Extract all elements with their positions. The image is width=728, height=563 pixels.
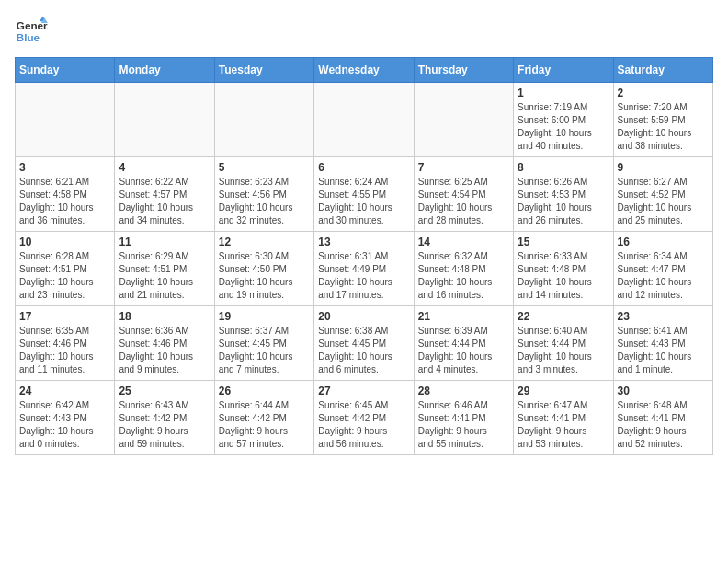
day-number: 5 bbox=[219, 161, 310, 174]
calendar-day-cell: 16Sunrise: 6:34 AM Sunset: 4:47 PM Dayli… bbox=[613, 232, 712, 306]
day-info: Sunrise: 6:36 AM Sunset: 4:46 PM Dayligh… bbox=[119, 325, 210, 376]
day-info: Sunrise: 6:38 AM Sunset: 4:45 PM Dayligh… bbox=[318, 325, 409, 376]
calendar-day-cell: 13Sunrise: 6:31 AM Sunset: 4:49 PM Dayli… bbox=[314, 232, 414, 306]
weekday-header-row: SundayMondayTuesdayWednesdayThursdayFrid… bbox=[16, 58, 713, 83]
day-number: 3 bbox=[19, 161, 110, 174]
calendar-day-cell: 6Sunrise: 6:24 AM Sunset: 4:55 PM Daylig… bbox=[314, 157, 414, 232]
calendar-day-cell: 7Sunrise: 6:25 AM Sunset: 4:54 PM Daylig… bbox=[414, 157, 513, 232]
day-info: Sunrise: 6:34 AM Sunset: 4:47 PM Dayligh… bbox=[618, 250, 709, 302]
day-number: 10 bbox=[19, 236, 110, 248]
logo: General Blue bbox=[15, 15, 48, 48]
day-info: Sunrise: 6:25 AM Sunset: 4:54 PM Dayligh… bbox=[418, 176, 509, 227]
day-info: Sunrise: 6:30 AM Sunset: 4:50 PM Dayligh… bbox=[219, 250, 310, 302]
day-number: 18 bbox=[119, 310, 210, 323]
day-info: Sunrise: 7:19 AM Sunset: 6:00 PM Dayligh… bbox=[518, 101, 609, 153]
day-number: 6 bbox=[318, 161, 409, 174]
day-number: 23 bbox=[618, 310, 709, 323]
day-info: Sunrise: 6:42 AM Sunset: 4:43 PM Dayligh… bbox=[19, 399, 110, 451]
calendar-day-cell: 12Sunrise: 6:30 AM Sunset: 4:50 PM Dayli… bbox=[214, 232, 313, 306]
weekday-header-saturday: Saturday bbox=[613, 58, 712, 83]
calendar-day-cell: 2Sunrise: 7:20 AM Sunset: 5:59 PM Daylig… bbox=[613, 83, 712, 157]
calendar-week-row: 24Sunrise: 6:42 AM Sunset: 4:43 PM Dayli… bbox=[16, 381, 713, 455]
calendar-table: SundayMondayTuesdayWednesdayThursdayFrid… bbox=[15, 57, 713, 455]
calendar-day-cell: 18Sunrise: 6:36 AM Sunset: 4:46 PM Dayli… bbox=[115, 306, 214, 381]
calendar-day-cell: 11Sunrise: 6:29 AM Sunset: 4:51 PM Dayli… bbox=[115, 232, 214, 306]
calendar-day-cell: 10Sunrise: 6:28 AM Sunset: 4:51 PM Dayli… bbox=[16, 232, 115, 306]
day-info: Sunrise: 6:26 AM Sunset: 4:53 PM Dayligh… bbox=[518, 176, 609, 227]
day-info: Sunrise: 6:28 AM Sunset: 4:51 PM Dayligh… bbox=[19, 250, 110, 302]
day-info: Sunrise: 6:33 AM Sunset: 4:48 PM Dayligh… bbox=[518, 250, 609, 302]
weekday-header-wednesday: Wednesday bbox=[314, 58, 414, 83]
calendar-day-cell: 24Sunrise: 6:42 AM Sunset: 4:43 PM Dayli… bbox=[16, 381, 115, 455]
day-info: Sunrise: 6:46 AM Sunset: 4:41 PM Dayligh… bbox=[418, 399, 509, 451]
day-info: Sunrise: 6:31 AM Sunset: 4:49 PM Dayligh… bbox=[318, 250, 409, 302]
day-number: 24 bbox=[19, 385, 110, 397]
calendar-day-cell: 23Sunrise: 6:41 AM Sunset: 4:43 PM Dayli… bbox=[613, 306, 712, 381]
day-number: 12 bbox=[219, 236, 310, 248]
day-info: Sunrise: 6:22 AM Sunset: 4:57 PM Dayligh… bbox=[119, 176, 210, 227]
calendar-day-cell: 5Sunrise: 6:23 AM Sunset: 4:56 PM Daylig… bbox=[214, 157, 313, 232]
day-info: Sunrise: 6:41 AM Sunset: 4:43 PM Dayligh… bbox=[618, 325, 709, 376]
day-info: Sunrise: 6:21 AM Sunset: 4:58 PM Dayligh… bbox=[19, 176, 110, 227]
calendar-day-cell: 8Sunrise: 6:26 AM Sunset: 4:53 PM Daylig… bbox=[514, 157, 613, 232]
day-number: 16 bbox=[618, 236, 709, 248]
day-number: 11 bbox=[119, 236, 210, 248]
day-number: 25 bbox=[119, 385, 210, 397]
calendar-day-cell: 3Sunrise: 6:21 AM Sunset: 4:58 PM Daylig… bbox=[16, 157, 115, 232]
calendar-day-cell: 20Sunrise: 6:38 AM Sunset: 4:45 PM Dayli… bbox=[314, 306, 414, 381]
calendar-day-cell: 14Sunrise: 6:32 AM Sunset: 4:48 PM Dayli… bbox=[414, 232, 513, 306]
calendar-day-cell: 28Sunrise: 6:46 AM Sunset: 4:41 PM Dayli… bbox=[414, 381, 513, 455]
day-number: 13 bbox=[318, 236, 409, 248]
calendar-day-cell: 26Sunrise: 6:44 AM Sunset: 4:42 PM Dayli… bbox=[214, 381, 313, 455]
day-info: Sunrise: 7:20 AM Sunset: 5:59 PM Dayligh… bbox=[618, 101, 709, 153]
day-number: 1 bbox=[518, 86, 609, 99]
calendar-day-cell: 30Sunrise: 6:48 AM Sunset: 4:41 PM Dayli… bbox=[613, 381, 712, 455]
calendar-day-cell bbox=[115, 83, 214, 157]
day-info: Sunrise: 6:44 AM Sunset: 4:42 PM Dayligh… bbox=[219, 399, 310, 451]
day-info: Sunrise: 6:27 AM Sunset: 4:52 PM Dayligh… bbox=[618, 176, 709, 227]
calendar-week-row: 3Sunrise: 6:21 AM Sunset: 4:58 PM Daylig… bbox=[16, 157, 713, 232]
weekday-header-sunday: Sunday bbox=[16, 58, 115, 83]
day-info: Sunrise: 6:45 AM Sunset: 4:42 PM Dayligh… bbox=[318, 399, 409, 451]
day-info: Sunrise: 6:37 AM Sunset: 4:45 PM Dayligh… bbox=[219, 325, 310, 376]
day-number: 30 bbox=[618, 385, 709, 397]
day-number: 26 bbox=[219, 385, 310, 397]
weekday-header-monday: Monday bbox=[115, 58, 214, 83]
weekday-header-friday: Friday bbox=[514, 58, 613, 83]
calendar-day-cell: 27Sunrise: 6:45 AM Sunset: 4:42 PM Dayli… bbox=[314, 381, 414, 455]
logo-icon: General Blue bbox=[15, 15, 48, 48]
page-header: General Blue bbox=[15, 15, 713, 48]
day-number: 15 bbox=[518, 236, 609, 248]
day-info: Sunrise: 6:47 AM Sunset: 4:41 PM Dayligh… bbox=[518, 399, 609, 451]
day-number: 4 bbox=[119, 161, 210, 174]
day-info: Sunrise: 6:29 AM Sunset: 4:51 PM Dayligh… bbox=[119, 250, 210, 302]
day-number: 22 bbox=[518, 310, 609, 323]
day-number: 9 bbox=[618, 161, 709, 174]
day-number: 29 bbox=[518, 385, 609, 397]
day-number: 7 bbox=[418, 161, 509, 174]
calendar-day-cell: 25Sunrise: 6:43 AM Sunset: 4:42 PM Dayli… bbox=[115, 381, 214, 455]
calendar-week-row: 17Sunrise: 6:35 AM Sunset: 4:46 PM Dayli… bbox=[16, 306, 713, 381]
day-info: Sunrise: 6:43 AM Sunset: 4:42 PM Dayligh… bbox=[119, 399, 210, 451]
day-info: Sunrise: 6:32 AM Sunset: 4:48 PM Dayligh… bbox=[418, 250, 509, 302]
day-number: 21 bbox=[418, 310, 509, 323]
calendar-day-cell: 4Sunrise: 6:22 AM Sunset: 4:57 PM Daylig… bbox=[115, 157, 214, 232]
weekday-header-thursday: Thursday bbox=[414, 58, 513, 83]
day-info: Sunrise: 6:48 AM Sunset: 4:41 PM Dayligh… bbox=[618, 399, 709, 451]
day-number: 8 bbox=[518, 161, 609, 174]
calendar-day-cell: 15Sunrise: 6:33 AM Sunset: 4:48 PM Dayli… bbox=[514, 232, 613, 306]
calendar-day-cell bbox=[214, 83, 313, 157]
day-number: 20 bbox=[318, 310, 409, 323]
calendar-day-cell: 22Sunrise: 6:40 AM Sunset: 4:44 PM Dayli… bbox=[514, 306, 613, 381]
day-info: Sunrise: 6:24 AM Sunset: 4:55 PM Dayligh… bbox=[318, 176, 409, 227]
calendar-day-cell bbox=[414, 83, 513, 157]
calendar-week-row: 1Sunrise: 7:19 AM Sunset: 6:00 PM Daylig… bbox=[16, 83, 713, 157]
calendar-day-cell: 29Sunrise: 6:47 AM Sunset: 4:41 PM Dayli… bbox=[514, 381, 613, 455]
calendar-day-cell bbox=[16, 83, 115, 157]
calendar-day-cell: 21Sunrise: 6:39 AM Sunset: 4:44 PM Dayli… bbox=[414, 306, 513, 381]
day-number: 14 bbox=[418, 236, 509, 248]
day-number: 27 bbox=[318, 385, 409, 397]
day-number: 2 bbox=[618, 86, 709, 99]
calendar-day-cell: 17Sunrise: 6:35 AM Sunset: 4:46 PM Dayli… bbox=[16, 306, 115, 381]
svg-text:Blue: Blue bbox=[17, 31, 40, 43]
